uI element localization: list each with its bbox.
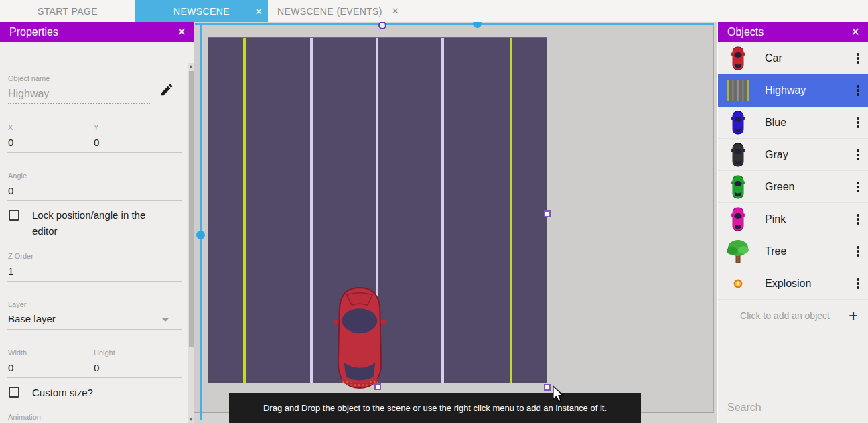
resize-handle-bottom[interactable] bbox=[374, 383, 381, 390]
z-order-field[interactable]: 1 bbox=[8, 265, 13, 277]
object-list-item[interactable]: Pink bbox=[718, 203, 868, 235]
resize-handle-bottom-right[interactable] bbox=[544, 384, 551, 391]
explosion-icon bbox=[723, 278, 753, 289]
tab-label: START PAGE bbox=[38, 6, 98, 17]
edit-pencil-icon[interactable] bbox=[159, 82, 175, 99]
object-list-item[interactable]: Blue bbox=[718, 107, 868, 139]
object-name-text: Pink bbox=[753, 213, 848, 225]
properties-body: Object name Highway X Y 0 0 Angle 0 Lock… bbox=[0, 42, 194, 423]
custom-size-label: Custom size? bbox=[32, 385, 93, 401]
chevron-down-icon[interactable] bbox=[162, 318, 169, 322]
lane-line bbox=[441, 38, 444, 383]
tab-label: NEWSCENE (EVENTS) bbox=[277, 6, 382, 17]
scroll-up-icon[interactable] bbox=[189, 65, 193, 68]
object-list-item[interactable]: Car bbox=[718, 42, 868, 74]
lane-line bbox=[510, 38, 512, 383]
resize-handle-right[interactable] bbox=[544, 210, 551, 217]
properties-panel-title: Properties bbox=[0, 22, 194, 42]
object-name-text: Blue bbox=[753, 117, 848, 129]
y-field[interactable]: 0 bbox=[94, 137, 99, 148]
blue-car-icon bbox=[723, 111, 753, 135]
custom-size-checkbox[interactable] bbox=[9, 387, 19, 398]
field-underline bbox=[7, 329, 182, 330]
search-input[interactable] bbox=[727, 402, 866, 414]
kebab-menu-icon[interactable] bbox=[848, 85, 868, 96]
car-sprite[interactable] bbox=[334, 285, 386, 391]
field-underline bbox=[7, 377, 182, 378]
gray-car-icon bbox=[723, 143, 753, 167]
object-name-label: Object name bbox=[8, 74, 50, 82]
lane-line bbox=[310, 38, 313, 383]
height-label: Height bbox=[94, 349, 115, 357]
object-list-item[interactable]: Highway bbox=[718, 74, 868, 107]
object-search-bar bbox=[718, 391, 868, 423]
object-name-text: Tree bbox=[753, 245, 848, 257]
angle-label: Angle bbox=[8, 172, 27, 180]
red-car-icon bbox=[723, 46, 753, 70]
mouse-cursor bbox=[552, 385, 564, 403]
tree-icon bbox=[723, 239, 753, 264]
object-name-text: Gray bbox=[753, 149, 848, 161]
object-name-text: Car bbox=[753, 52, 848, 64]
field-underline bbox=[7, 152, 182, 153]
field-underline bbox=[7, 200, 182, 201]
add-object-hint: Click to add an object bbox=[718, 310, 839, 321]
kebab-menu-icon[interactable] bbox=[848, 149, 868, 160]
layer-select[interactable]: Base layer bbox=[8, 313, 56, 324]
horizontal-scrollbar[interactable] bbox=[195, 23, 714, 25]
z-order-label: Z Order bbox=[8, 252, 33, 260]
add-icon[interactable]: + bbox=[839, 306, 868, 325]
green-car-icon bbox=[723, 175, 753, 199]
lane-line bbox=[243, 38, 246, 383]
tab-bar: START PAGE NEWSCENE ✕ NEWSCENE (EVENTS) … bbox=[0, 0, 868, 22]
object-list-item[interactable]: Green bbox=[718, 171, 868, 203]
object-name-text: Explosion bbox=[753, 278, 848, 290]
kebab-menu-icon[interactable] bbox=[848, 278, 868, 289]
properties-scrollbar[interactable] bbox=[188, 63, 194, 423]
height-field[interactable]: 0 bbox=[94, 362, 99, 373]
tab-newscene-events[interactable]: NEWSCENE (EVENTS) ✕ bbox=[268, 0, 410, 22]
objects-panel-title: Objects bbox=[718, 22, 868, 42]
add-object-row[interactable]: Click to add an object + bbox=[718, 300, 868, 332]
object-name-text: Highway bbox=[753, 84, 848, 97]
drag-drop-tooltip: Drag and Drop the object to the scene or… bbox=[229, 393, 641, 423]
kebab-menu-icon[interactable] bbox=[848, 246, 868, 257]
field-underline bbox=[7, 281, 182, 282]
highway-icon bbox=[723, 80, 753, 101]
close-icon[interactable]: ✕ bbox=[392, 6, 399, 16]
tab-label: NEWSCENE bbox=[173, 6, 230, 17]
tab-start-page[interactable]: START PAGE bbox=[0, 0, 135, 22]
tab-newscene[interactable]: NEWSCENE ✕ bbox=[135, 0, 268, 22]
scroll-down-icon[interactable] bbox=[189, 418, 193, 421]
scene-canvas[interactable]: Drag and Drop the object to the scene or… bbox=[194, 22, 717, 423]
kebab-menu-icon[interactable] bbox=[848, 214, 868, 225]
vertical-scroll-thumb[interactable] bbox=[196, 231, 205, 239]
y-label: Y bbox=[94, 123, 98, 131]
vertical-scrollbar[interactable] bbox=[200, 25, 202, 420]
kebab-menu-icon[interactable] bbox=[848, 53, 868, 64]
object-list-item[interactable]: Gray bbox=[718, 139, 868, 171]
kebab-menu-icon[interactable] bbox=[848, 117, 868, 128]
rotate-handle[interactable] bbox=[378, 22, 386, 29]
objects-list: Car Highway Blue bbox=[718, 42, 868, 391]
lock-position-checkbox[interactable] bbox=[9, 210, 19, 221]
animation-label: Animation bbox=[8, 413, 41, 421]
angle-field[interactable]: 0 bbox=[8, 185, 13, 196]
object-name-field[interactable]: Highway bbox=[8, 88, 150, 104]
layer-label: Layer bbox=[8, 300, 27, 308]
scene-viewport[interactable] bbox=[194, 25, 714, 413]
close-icon[interactable]: ✕ bbox=[255, 6, 263, 16]
width-label: Width bbox=[8, 349, 27, 357]
scrollbar-thumb[interactable] bbox=[189, 71, 194, 347]
close-icon[interactable]: ✕ bbox=[177, 22, 186, 42]
pink-car-icon bbox=[723, 207, 753, 231]
object-list-item[interactable]: Explosion bbox=[718, 267, 868, 300]
properties-panel: Properties ✕ Object name Highway X Y 0 0… bbox=[0, 22, 194, 423]
width-field[interactable]: 0 bbox=[8, 362, 13, 373]
lock-position-label: Lock position/angle in the editor bbox=[32, 207, 159, 239]
x-field[interactable]: 0 bbox=[8, 137, 13, 148]
object-name-text: Green bbox=[753, 181, 848, 193]
kebab-menu-icon[interactable] bbox=[848, 182, 868, 192]
object-list-item[interactable]: Tree bbox=[718, 235, 868, 267]
close-icon[interactable]: ✕ bbox=[851, 22, 860, 42]
